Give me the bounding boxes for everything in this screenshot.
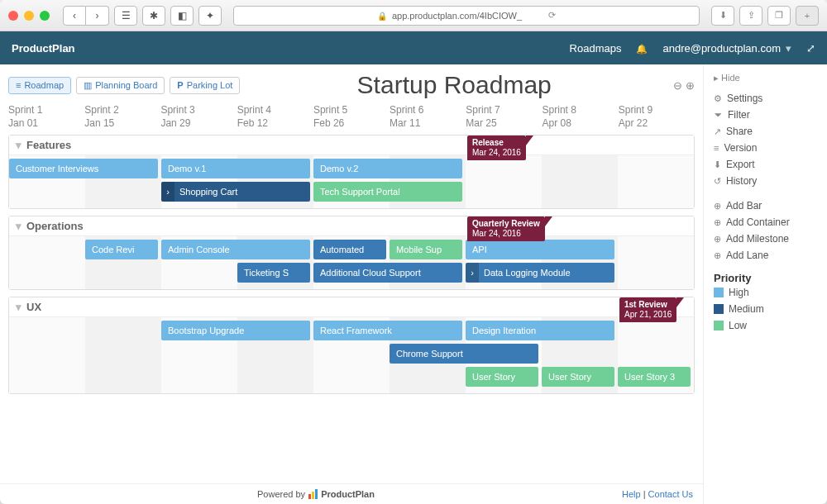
roadmap-bar[interactable]: Automated (313, 240, 386, 259)
lane: UX1st ReviewApr 21, 2016Bootstrap Upgrad… (8, 297, 695, 394)
legend-low: Low (714, 317, 817, 334)
side-add-container[interactable]: Add Container (714, 214, 817, 231)
lane-header[interactable]: Operations (9, 216, 694, 236)
roadmap-bar[interactable]: Mobile Sup (390, 240, 462, 259)
window-zoom-button[interactable] (40, 11, 50, 21)
lane-row: Ticketing SAdditional Cloud Support›Data… (9, 263, 694, 284)
roadmap-bar[interactable]: User Story (542, 367, 614, 387)
lane-header[interactable]: UX (9, 297, 694, 317)
lane-body: Code ReviAdmin ConsoleAutomatedMobile Su… (9, 236, 694, 289)
user-menu[interactable]: andre@productplan.com ▾ (662, 42, 791, 55)
history-icon (714, 176, 721, 187)
side-settings[interactable]: Settings (714, 90, 817, 107)
downloads-button[interactable] (711, 6, 734, 26)
sprint-column-header: Sprint 8Apr 08 (543, 104, 619, 130)
milestone[interactable]: Quarterly ReviewMar 24, 2016 (467, 216, 545, 241)
back-button[interactable]: ‹ (63, 6, 86, 26)
lane-header[interactable]: Features (9, 136, 694, 155)
plus-circle-icon (714, 201, 721, 212)
hide-panel-button[interactable]: ▸ Hide (714, 73, 817, 83)
window-minimize-button[interactable] (24, 11, 34, 21)
roadmap-bar[interactable]: User Story (466, 367, 538, 387)
milestone[interactable]: 1st ReviewApr 21, 2016 (619, 297, 676, 322)
powered-by-label: Powered by (257, 489, 305, 499)
window-close-button[interactable] (8, 11, 18, 21)
roadmap-title[interactable]: Startup Roadmap (240, 71, 668, 99)
share-button[interactable] (739, 6, 762, 26)
zoom-in-button[interactable] (686, 79, 695, 92)
new-tab-button[interactable] (796, 6, 819, 26)
lane-row: Code ReviAdmin ConsoleAutomatedMobile Su… (9, 240, 694, 261)
roadmap-bar[interactable]: Code Revi (85, 240, 158, 259)
timeline-header: Sprint 1Jan 01Sprint 2Jan 15Sprint 3Jan … (0, 101, 703, 135)
footer-brand: ProductPlan (321, 489, 375, 499)
sidebar-button[interactable]: ☰ (114, 6, 137, 26)
chevron-right-icon: › (161, 182, 174, 202)
productplan-logo-icon (308, 489, 318, 499)
side-filter[interactable]: Filter (714, 107, 817, 123)
fullscreen-button[interactable] (806, 42, 815, 55)
sprint-column-header: Sprint 6Mar 11 (390, 104, 466, 130)
chevron-down-icon (16, 220, 22, 232)
sprint-column-header: Sprint 1Jan 01 (8, 104, 84, 130)
reload-icon[interactable] (548, 10, 556, 21)
roadmap-bar[interactable]: User Story 3 (618, 367, 691, 387)
ext-button-1[interactable]: ✱ (142, 6, 165, 26)
side-panel: ▸ Hide Settings Filter Share Version Exp… (703, 64, 827, 504)
bell-icon (636, 42, 648, 55)
roadmap-bar[interactable]: Demo v.1 (161, 159, 310, 178)
notifications-button[interactable] (636, 42, 648, 55)
roadmap-bar[interactable]: Additional Cloud Support (313, 263, 462, 283)
app-header: ProductPlan Roadmaps andre@productplan.c… (0, 31, 827, 64)
lane: OperationsQuarterly ReviewMar 24, 2016Co… (8, 216, 695, 290)
sprint-column-header: Sprint 5Feb 26 (313, 104, 390, 130)
roadmap-bar[interactable]: React Framework (313, 321, 462, 340)
share-icon (714, 126, 721, 137)
ext-button-3[interactable]: ✦ (198, 6, 222, 26)
contact-link[interactable]: Contact Us (648, 489, 693, 499)
tab-roadmap[interactable]: ≡Roadmap (8, 77, 71, 94)
browser-titlebar: ‹ › ☰ ✱ ◧ ✦ app.productplan.com/4IbCIOW_ (0, 0, 827, 31)
legend-swatch-low (714, 321, 724, 330)
forward-button[interactable]: › (86, 6, 109, 26)
roadmap-bar[interactable]: ›Data Logging Module (466, 263, 614, 283)
export-icon (714, 159, 721, 170)
lane-row: Bootstrap UpgradeReact FrameworkDesign I… (9, 321, 694, 342)
tab-parking-lot[interactable]: PParking Lot (170, 77, 240, 94)
ext-button-2[interactable]: ◧ (170, 6, 194, 26)
lane-row: Customer InterviewsDemo v.1Demo v.2 (9, 159, 694, 180)
side-add-milestone[interactable]: Add Milestone (714, 231, 817, 247)
side-share[interactable]: Share (714, 123, 817, 140)
tab-planning-board[interactable]: ▥Planning Board (76, 77, 165, 94)
roadmap-bar[interactable]: Chrome Support (390, 344, 538, 364)
side-add-lane[interactable]: Add Lane (714, 247, 817, 264)
milestone[interactable]: ReleaseMar 24, 2016 (467, 136, 526, 160)
url-text: app.productplan.com/4IbCIOW_ (392, 11, 522, 21)
help-link[interactable]: Help (622, 489, 641, 499)
address-bar[interactable]: app.productplan.com/4IbCIOW_ (233, 6, 700, 26)
nav-roadmaps[interactable]: Roadmaps (570, 42, 622, 55)
sprint-column-header: Sprint 2Jan 15 (84, 104, 160, 130)
roadmap-bar[interactable]: Ticketing S (237, 263, 310, 283)
roadmap-bar[interactable]: ›Shopping Cart (161, 182, 310, 202)
zoom-out-button[interactable] (673, 79, 682, 92)
tabs-button[interactable] (767, 6, 791, 26)
roadmap-bar[interactable]: Demo v.2 (313, 159, 462, 178)
roadmap-bar[interactable]: API (466, 240, 614, 259)
legend-swatch-high (714, 288, 724, 297)
roadmap-bar[interactable]: Design Iteration (466, 321, 614, 340)
roadmap-bar[interactable]: Customer Interviews (9, 159, 158, 178)
chevron-down-icon (16, 139, 22, 151)
app-brand: ProductPlan (12, 42, 75, 55)
lane: FeaturesReleaseMar 24, 2016Customer Inte… (8, 135, 695, 209)
chevron-down-icon (16, 301, 22, 313)
footer: Powered by ProductPlan Help | Contact Us (0, 483, 703, 504)
side-history[interactable]: History (714, 173, 817, 189)
roadmap-bar[interactable]: Tech Support Portal (313, 182, 462, 202)
roadmap-bar[interactable]: Admin Console (161, 240, 310, 259)
side-add-bar[interactable]: Add Bar (714, 197, 817, 214)
sprint-column-header: Sprint 3Jan 29 (160, 104, 237, 130)
side-version[interactable]: Version (714, 140, 817, 156)
side-export[interactable]: Export (714, 156, 817, 173)
roadmap-bar[interactable]: Bootstrap Upgrade (161, 321, 310, 340)
